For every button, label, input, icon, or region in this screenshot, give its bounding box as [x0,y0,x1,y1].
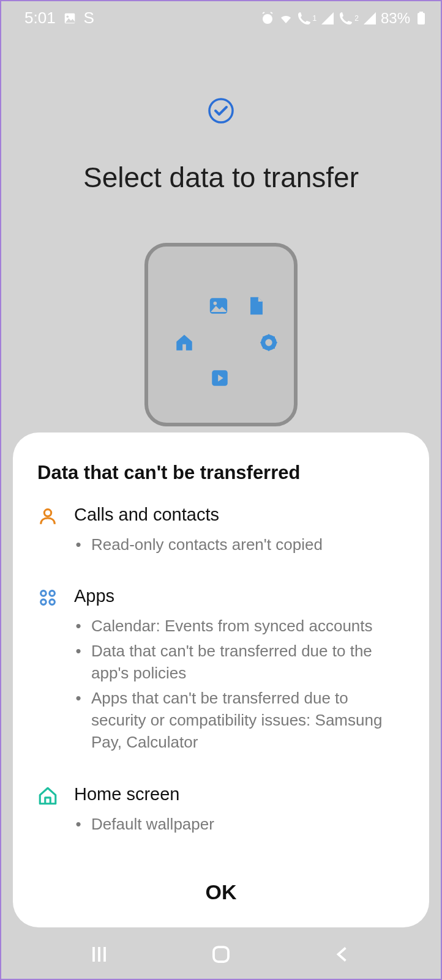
bullet-dot: • [74,615,83,637]
svg-point-5 [209,99,233,122]
battery-icon [414,11,429,26]
file-icon [246,295,267,316]
status-bar: 5:01 S 1 2 83% [1,1,441,30]
bullet-text: Read-only contacts aren't copied [91,533,323,555]
contacts-icon [37,506,58,527]
bullet-item: • Calendar: Events from synced accounts [74,615,405,637]
section-calls-contacts: Calls and contacts • Read-only contacts … [37,505,405,558]
ok-button[interactable]: OK [37,866,405,913]
bullet-text: Calendar: Events from synced accounts [91,615,373,637]
call-sim2-icon [339,11,353,26]
home-button[interactable] [210,943,232,965]
svg-point-13 [41,591,47,596]
bullet-dot: • [74,687,83,754]
svg-point-1 [66,15,69,18]
section-title: Calls and contacts [74,505,405,525]
phone-illustration [144,243,298,426]
svg-point-16 [50,600,55,605]
svg-rect-4 [419,12,423,13]
navigation-bar [1,930,441,979]
svg-point-12 [44,510,51,516]
card-title: Data that can't be transferred [37,462,405,484]
svg-point-10 [265,339,272,346]
bullet-dot: • [74,640,83,685]
alarm-icon [260,11,275,26]
section-home-screen: Home screen • Default wallpaper [37,784,405,837]
bullet-item: • Data that can't be transferred due to … [74,640,405,685]
bullet-text: Data that can't be transferred due to th… [91,640,405,685]
svg-point-7 [214,302,217,305]
bullet-item: • Read-only contacts aren't copied [74,533,405,555]
section-apps: Apps • Calendar: Events from synced acco… [37,586,405,755]
check-circle-icon [208,97,234,124]
home-section-icon [37,785,58,806]
settings-icon [258,332,279,353]
sim1-label: 1 [313,14,317,23]
main-header: Select data to transfer [1,97,441,194]
svg-point-14 [50,591,55,596]
status-time: 5:01 [24,9,56,28]
bullet-dot: • [74,813,83,835]
bullet-text: Apps that can't be transferred due to se… [91,687,405,754]
info-card: Data that can't be transferred Calls and… [13,432,429,927]
page-title: Select data to transfer [1,161,441,194]
call-sim1-icon [297,11,312,26]
svg-point-2 [263,14,272,24]
bullet-dot: • [74,533,83,555]
svg-rect-3 [418,13,425,24]
home-icon [174,332,195,353]
section-title: Home screen [74,784,405,804]
bullet-item: • Default wallpaper [74,813,405,835]
svg-point-15 [41,600,47,605]
apps-icon [37,587,58,608]
video-icon [209,368,230,388]
signal1-icon [320,11,335,26]
image-status-icon [63,12,77,25]
bullet-text: Default wallpaper [91,813,214,835]
recent-apps-button[interactable] [88,943,110,965]
s-indicator: S [84,9,94,28]
svg-rect-20 [214,947,228,962]
signal2-icon [362,11,377,26]
battery-percent: 83% [381,10,410,27]
photo-icon [208,295,229,316]
section-title: Apps [74,586,405,606]
wifi-icon [279,11,293,26]
back-button[interactable] [332,943,354,965]
bullet-item: • Apps that can't be transferred due to … [74,687,405,754]
sim2-label: 2 [354,14,359,23]
